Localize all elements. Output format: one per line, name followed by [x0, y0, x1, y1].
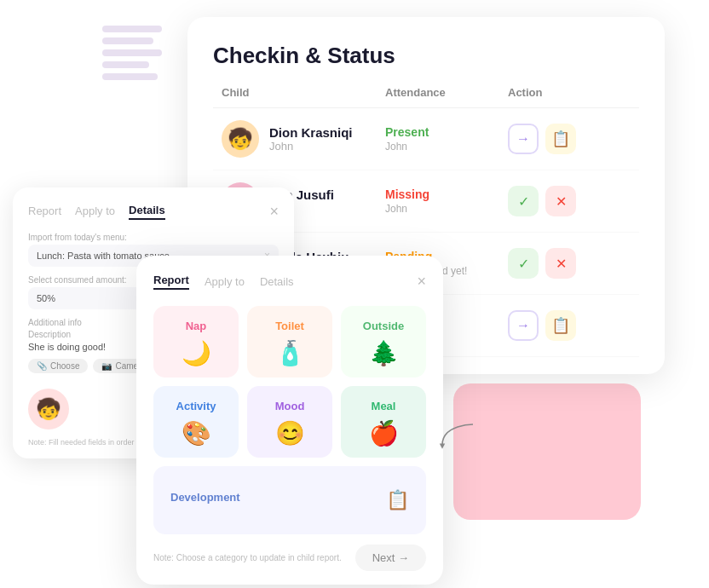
tab-report[interactable]: Report [28, 205, 61, 219]
category-development[interactable]: Development 📋 [153, 466, 426, 534]
report-tabs: Report Apply to Details × [153, 273, 426, 291]
category-label: Nap [186, 320, 207, 332]
details-avatar: 🧒 [28, 389, 69, 429]
table-row: 🧒 Dion Krasniqi John Present John → 📋 [213, 108, 639, 170]
x-button[interactable]: ✕ [545, 186, 576, 216]
import-label: Import from today's menu: [28, 233, 279, 242]
bg-line [102, 49, 162, 56]
category-toilet[interactable]: Toilet 🧴 [247, 306, 332, 378]
tab-apply-to[interactable]: Apply to [205, 275, 245, 288]
svg-marker-0 [440, 443, 445, 448]
report-button[interactable]: 📋 [545, 124, 576, 154]
report-button[interactable]: 📋 [545, 310, 576, 341]
child-parent: John [269, 140, 353, 153]
x-button[interactable]: ✕ [545, 248, 576, 279]
bg-line [102, 73, 158, 80]
tab-report[interactable]: Report [153, 274, 189, 290]
attendance-status: Present [385, 125, 508, 139]
action-buttons: ✓ ✕ [508, 186, 631, 216]
category-activity[interactable]: Activity 🎨 [153, 386, 239, 458]
category-label: Meal [372, 400, 396, 412]
select-value: 50% [37, 293, 55, 303]
action-buttons: → 📋 [508, 310, 631, 341]
check-button[interactable]: ✓ [508, 186, 539, 216]
attendance-cell: Missing John [385, 187, 508, 215]
category-grid: Nap 🌙 Toilet 🧴 Outside 🌲 Activity 🎨 Mood… [153, 306, 426, 458]
activity-icon: 🎨 [182, 419, 211, 447]
table-header: Child Attendance Action [213, 86, 639, 108]
report-note: Note: Choose a category to update in chi… [153, 553, 342, 562]
tab-details[interactable]: Details [260, 275, 294, 288]
next-label: Next → [372, 551, 409, 564]
arrow-button[interactable]: → [508, 310, 539, 341]
attendance-status: Missing [385, 187, 508, 201]
header-action: Action [508, 86, 631, 99]
category-label: Outside [363, 320, 404, 332]
header-child: Child [222, 86, 385, 99]
tab-apply-to[interactable]: Apply to [75, 205, 115, 219]
avatar: 🧒 [222, 120, 259, 158]
bg-line [102, 61, 149, 68]
close-icon[interactable]: × [417, 273, 426, 291]
tag-label: Choose [50, 361, 79, 371]
attach-icon: 📎 [37, 361, 47, 371]
outside-icon: 🌲 [369, 339, 399, 367]
attendance-sub: John [385, 141, 508, 153]
bg-line [102, 26, 162, 32]
background-lines [102, 26, 170, 80]
attendance-cell: Present John [385, 125, 508, 153]
toilet-icon: 🧴 [275, 339, 305, 367]
category-outside[interactable]: Outside 🌲 [341, 306, 426, 378]
bg-line [102, 37, 153, 44]
action-buttons: → 📋 [508, 124, 631, 154]
category-label: Activity [176, 400, 216, 412]
category-mood[interactable]: Mood 😊 [247, 386, 332, 458]
details-tabs: Report Apply to Details × [28, 203, 279, 221]
check-button[interactable]: ✓ [508, 248, 539, 279]
category-nap[interactable]: Nap 🌙 [153, 306, 239, 378]
close-icon[interactable]: × [269, 203, 279, 221]
mood-icon: 😊 [275, 419, 305, 447]
child-info: 🧒 Dion Krasniqi John [222, 120, 385, 158]
report-card: Report Apply to Details × Nap 🌙 Toilet 🧴… [136, 256, 443, 585]
camera-icon: 📷 [101, 361, 112, 371]
arrow-button[interactable]: → [508, 124, 539, 154]
arrow-decoration [435, 418, 477, 452]
header-attendance: Attendance [385, 86, 508, 99]
development-icon: 📋 [386, 489, 409, 511]
meal-icon: 🍎 [369, 419, 399, 447]
report-footer: Note: Choose a category to update in chi… [153, 545, 426, 571]
tab-details[interactable]: Details [129, 204, 165, 220]
tag-choose[interactable]: 📎 Choose [28, 359, 88, 373]
attendance-sub: John [385, 203, 508, 215]
category-meal[interactable]: Meal 🍎 [341, 386, 426, 458]
checkin-title: Checkin & Status [213, 43, 639, 69]
action-buttons: ✓ ✕ [508, 248, 631, 279]
background-pink-rect [453, 383, 641, 520]
category-label: Mood [275, 400, 305, 412]
category-label: Toilet [275, 320, 304, 332]
next-button[interactable]: Next → [355, 545, 426, 571]
category-label: Development [170, 491, 240, 504]
child-name: Dion Krasniqi [269, 125, 353, 140]
nap-icon: 🌙 [182, 339, 211, 367]
